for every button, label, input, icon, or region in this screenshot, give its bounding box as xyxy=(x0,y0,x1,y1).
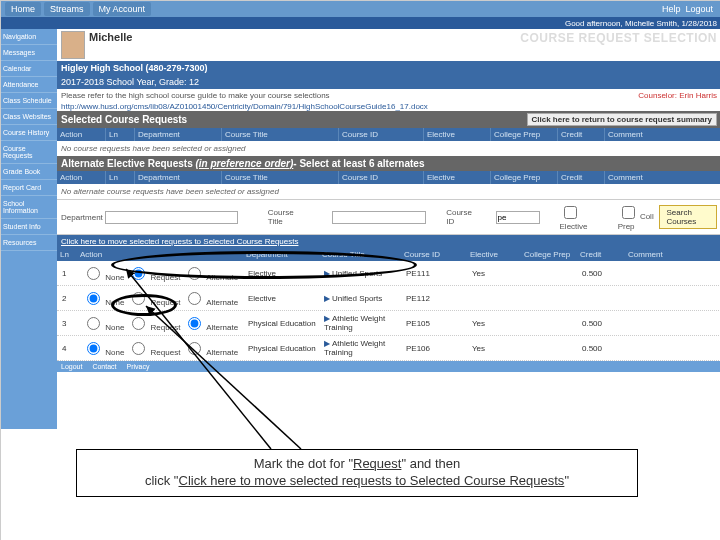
footer-contact[interactable]: Contact xyxy=(92,363,116,370)
nav-help[interactable]: Help xyxy=(662,4,681,14)
radio-none[interactable]: None xyxy=(82,298,124,307)
sidebar-item-11[interactable]: Student Info xyxy=(1,219,57,235)
rcol-ln: Ln xyxy=(57,248,77,261)
move-selected-link[interactable]: Click here to move selected requests to … xyxy=(61,237,298,246)
callout-1a: Mark the dot for " xyxy=(254,456,353,471)
content-area: Michelle COURSE REQUEST SELECTION Higley… xyxy=(57,29,720,429)
footer-logout[interactable]: Logout xyxy=(61,363,82,370)
radio-request[interactable]: Request xyxy=(127,273,180,282)
footer-privacy[interactable]: Privacy xyxy=(127,363,150,370)
hint-row: Please refer to the high school course g… xyxy=(57,89,720,102)
sidebar-item-7[interactable]: Course Requests xyxy=(1,141,57,164)
nav-account[interactable]: My Account xyxy=(93,2,152,16)
page-title: COURSE REQUEST SELECTION xyxy=(520,31,717,45)
sidebar-item-9[interactable]: Report Card xyxy=(1,180,57,196)
alternate-cols: Action Ln Department Course Title Course… xyxy=(57,171,720,184)
row-action: None Request Alternate xyxy=(79,314,245,332)
row-title: ▶Unified Sports xyxy=(321,269,403,278)
radio-alternate[interactable]: Alternate xyxy=(183,273,238,282)
search-dept-label: Department xyxy=(61,213,103,222)
guide-url[interactable]: http://www.husd.org/cms/lib08/AZ01001450… xyxy=(57,102,720,111)
row-cred: 0.500 xyxy=(579,269,627,278)
row-title: ▶Athletic Weight Training xyxy=(321,314,403,332)
row-dept: Physical Education xyxy=(245,319,321,328)
row-action: None Request Alternate xyxy=(79,339,245,357)
rcol-cprep: College Prep xyxy=(521,248,577,261)
radio-none[interactable]: None xyxy=(82,348,124,357)
radio-request[interactable]: Request xyxy=(127,298,180,307)
col-dept: Department xyxy=(135,128,222,141)
callout-2b: Click here to move selected requests to … xyxy=(179,473,565,488)
rcol-title: Course Title xyxy=(319,248,401,261)
radio-alternate[interactable]: Alternate xyxy=(183,348,238,357)
search-cprep-check[interactable]: Coll Prep xyxy=(618,203,660,231)
selected-empty: No course requests have been selected or… xyxy=(57,141,720,156)
sidebar-item-10[interactable]: School Information xyxy=(1,196,57,219)
nav-streams[interactable]: Streams xyxy=(44,2,90,16)
row-elec: Yes xyxy=(469,269,523,278)
search-dept-input[interactable] xyxy=(105,211,238,224)
sidebar-item-12[interactable]: Resources xyxy=(1,235,57,251)
rcol-elec: Elective xyxy=(467,248,521,261)
search-elective-check[interactable]: Elective xyxy=(560,203,598,231)
sidebar-item-6[interactable]: Course History xyxy=(1,125,57,141)
triangle-icon: ▶ xyxy=(324,314,330,323)
acol-cprep: College Prep xyxy=(491,171,558,184)
row-dept: Elective xyxy=(245,294,321,303)
triangle-icon: ▶ xyxy=(324,339,330,348)
search-title-input[interactable] xyxy=(332,211,426,224)
alt-title-a: Alternate Elective Requests xyxy=(61,158,193,169)
search-row: Department Course Title Course ID Electi… xyxy=(57,199,720,235)
row-cred: 0.500 xyxy=(579,319,627,328)
triangle-icon: ▶ xyxy=(324,294,330,303)
col-comm: Comment xyxy=(605,128,720,141)
radio-alternate[interactable]: Alternate xyxy=(183,323,238,332)
row-title: ▶Athletic Weight Training xyxy=(321,339,403,357)
instruction-callout: Mark the dot for "Request" and then clic… xyxy=(76,449,638,497)
callout-1b: Request xyxy=(353,456,401,471)
callout-2c: " xyxy=(564,473,569,488)
search-cid-input[interactable] xyxy=(496,211,540,224)
school-bar: Higley High School (480-279-7300) xyxy=(57,61,720,75)
nav-home[interactable]: Home xyxy=(5,2,41,16)
sidebar-item-4[interactable]: Class Schedule xyxy=(1,93,57,109)
row-cred: 0.500 xyxy=(579,344,627,353)
user-block: Michelle COURSE REQUEST SELECTION xyxy=(57,29,720,61)
row-dept: Physical Education xyxy=(245,344,321,353)
greeting-bar: Good afternoon, Michelle Smith, 1/28/201… xyxy=(1,17,720,29)
radio-none[interactable]: None xyxy=(82,323,124,332)
nav-right: Help Logout xyxy=(662,4,717,14)
row-cid: PE111 xyxy=(403,269,469,278)
radio-request[interactable]: Request xyxy=(127,348,180,357)
acol-cred: Credit xyxy=(558,171,605,184)
sidebar-item-8[interactable]: Grade Book xyxy=(1,164,57,180)
results-cols: Ln Action Department Course Title Course… xyxy=(57,248,720,261)
radio-request[interactable]: Request xyxy=(127,323,180,332)
radio-alternate[interactable]: Alternate xyxy=(183,298,238,307)
acol-action: Action xyxy=(57,171,106,184)
year-bar: 2017-2018 School Year, Grade: 12 xyxy=(57,75,720,89)
nav-logout[interactable]: Logout xyxy=(685,4,713,14)
alt-title-c: - Select at least 6 alternates xyxy=(293,158,424,169)
sidebar-item-3[interactable]: Attendance xyxy=(1,77,57,93)
results-body: 1 None Request AlternateElective▶Unified… xyxy=(57,261,720,361)
sidebar-item-1[interactable]: Messages xyxy=(1,45,57,61)
row-ln: 3 xyxy=(59,319,79,328)
result-row: 3 None Request AlternatePhysical Educati… xyxy=(57,311,720,336)
col-title: Course Title xyxy=(222,128,339,141)
col-action: Action xyxy=(57,128,106,141)
alternate-empty: No alternate course requests have been s… xyxy=(57,184,720,199)
radio-none[interactable]: None xyxy=(82,273,124,282)
col-elec: Elective xyxy=(424,128,491,141)
sidebar-item-2[interactable]: Calendar xyxy=(1,61,57,77)
result-row: 1 None Request AlternateElective▶Unified… xyxy=(57,261,720,286)
sidebar-item-5[interactable]: Class Websites xyxy=(1,109,57,125)
avatar xyxy=(61,31,85,59)
sidebar-item-0[interactable]: Navigation xyxy=(1,29,57,45)
result-row: 2 None Request AlternateElective▶Unified… xyxy=(57,286,720,311)
sidebar: NavigationMessagesCalendarAttendanceClas… xyxy=(1,29,57,429)
acol-comm: Comment xyxy=(605,171,720,184)
search-courses-button[interactable]: Search Courses xyxy=(659,205,717,229)
return-summary-button[interactable]: Click here to return to course request s… xyxy=(527,113,718,126)
counselor: Counselor: Erin Harris xyxy=(638,91,717,100)
